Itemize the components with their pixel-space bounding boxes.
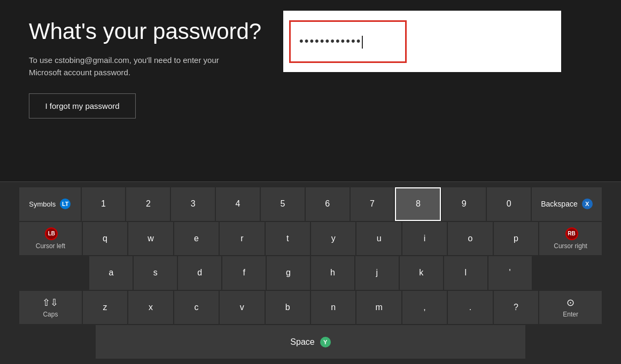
password-container: •••••••••••• [283, 11, 561, 72]
keyboard-row-2: LB Cursor left q w e r t y u i o p RB Cu… [19, 222, 602, 256]
key-m[interactable]: m [356, 291, 401, 325]
key-7[interactable]: 7 [351, 187, 394, 221]
key-t[interactable]: t [266, 222, 310, 256]
key-y[interactable]: y [311, 222, 355, 256]
key-x[interactable]: x [128, 291, 173, 325]
key-k[interactable]: k [400, 256, 443, 290]
key-u[interactable]: u [356, 222, 401, 256]
key-l[interactable]: l [444, 256, 487, 290]
keyboard-row-space: SpaceY [19, 325, 602, 359]
key-0[interactable]: 0 [487, 187, 531, 221]
key-i[interactable]: i [402, 222, 447, 256]
cursor-right-key[interactable]: RB Cursor right [539, 222, 602, 256]
key-,[interactable]: , [402, 291, 447, 325]
cursor-left-label: Cursor left [36, 242, 65, 250]
key-apostrophe[interactable]: ' [488, 256, 532, 290]
key-j[interactable]: j [355, 256, 399, 290]
enter-key-2 [526, 325, 602, 359]
key-b[interactable]: b [266, 291, 310, 325]
key-o[interactable]: o [448, 222, 492, 256]
key-e[interactable]: e [174, 222, 219, 256]
key-a[interactable]: a [89, 256, 133, 290]
key-n[interactable]: n [311, 291, 355, 325]
key-w[interactable]: w [128, 222, 173, 256]
key-.[interactable]: . [448, 291, 492, 325]
symbols-key[interactable]: Symbols LT [19, 187, 81, 221]
cursor-right-label: Cursor right [554, 242, 587, 250]
row3-spacer-right [533, 256, 602, 290]
key-?[interactable]: ? [494, 291, 538, 325]
backspace-label: Backspace [541, 200, 577, 208]
rb-badge: RB [565, 227, 578, 240]
key-9[interactable]: 9 [442, 187, 486, 221]
key-1[interactable]: 1 [82, 187, 126, 221]
key-h[interactable]: h [311, 256, 354, 290]
x-badge: X [582, 199, 593, 209]
key-5[interactable]: 5 [261, 187, 305, 221]
key-d[interactable]: d [178, 256, 221, 290]
caps-key[interactable]: ⇧⇩Caps [19, 291, 82, 325]
row3-spacer [19, 256, 88, 290]
backspace-key[interactable]: Backspace X [532, 187, 602, 221]
cursor-left-key[interactable]: LB Cursor left [19, 222, 82, 256]
key-v[interactable]: v [220, 291, 264, 325]
lt-badge: LT [60, 199, 71, 209]
caps-key-2 [19, 325, 95, 359]
keyboard-grid: Symbols LT 1 2 3 4 5 6 7 8 9 0 Backspace… [19, 187, 602, 359]
key-s[interactable]: s [134, 256, 177, 290]
forgot-password-button[interactable]: I forgot my password [29, 93, 136, 118]
keyboard-section: Symbols LT 1 2 3 4 5 6 7 8 9 0 Backspace… [0, 181, 621, 364]
lb-badge: LB [45, 227, 58, 240]
enter-key[interactable]: ⊙Enter [539, 291, 602, 325]
key-2[interactable]: 2 [126, 187, 170, 221]
keyboard-row-4: ⇧⇩Capszxcvbnm,.?⊙Enter [19, 291, 602, 325]
keyboard-row-1: Symbols LT 1 2 3 4 5 6 7 8 9 0 Backspace… [19, 187, 602, 221]
password-dots: •••••••••••• [299, 34, 363, 48]
key-4[interactable]: 4 [216, 187, 260, 221]
key-f[interactable]: f [222, 256, 266, 290]
subtitle: To use cstobing@gmail.com, you'll need t… [29, 54, 253, 78]
keyboard-row-3: a s d f g h j k l ' [19, 256, 602, 290]
key-g[interactable]: g [267, 256, 310, 290]
key-8[interactable]: 8 [395, 187, 441, 221]
key-6[interactable]: 6 [306, 187, 350, 221]
cursor [362, 36, 363, 49]
password-input-highlighted[interactable]: •••••••••••• [289, 20, 407, 63]
key-3[interactable]: 3 [171, 187, 215, 221]
key-z[interactable]: z [83, 291, 127, 325]
key-p[interactable]: p [494, 222, 538, 256]
key-q[interactable]: q [83, 222, 127, 256]
space-key[interactable]: SpaceY [96, 325, 525, 359]
key-c[interactable]: c [174, 291, 219, 325]
symbols-label: Symbols [29, 200, 56, 208]
key-r[interactable]: r [220, 222, 264, 256]
